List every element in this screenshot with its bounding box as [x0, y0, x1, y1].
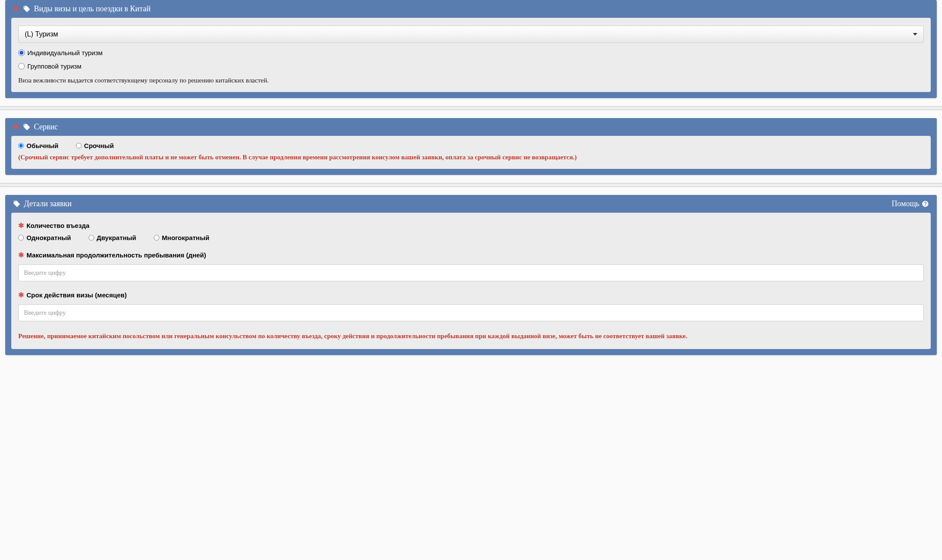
radio-double-entry-input[interactable]: [89, 235, 94, 240]
panel-body-visa-type: (L) Туризм Индивидуальный туризм Группов…: [11, 18, 931, 92]
panel-application-details: Детали заявки Помощь ✱ Количество въезда…: [5, 195, 937, 355]
validity-input[interactable]: [18, 304, 924, 321]
section-divider: [0, 183, 942, 187]
radio-label: Групповой туризм: [27, 63, 82, 70]
panel-service: ✱ Сервис Обычный Срочный (Срочный сервис…: [5, 118, 937, 175]
radio-urgent-service[interactable]: Срочный: [76, 142, 114, 149]
radio-double-entry[interactable]: Двукратный: [89, 234, 136, 241]
radio-individual-tourism[interactable]: Индивидуальный туризм: [18, 49, 924, 56]
radio-label: Обычный: [26, 142, 59, 149]
panel-title: Детали заявки: [24, 199, 72, 208]
decision-disclaimer: Решение, принимаемое китайским посольств…: [18, 331, 924, 341]
panel-header-service: ✱ Сервис: [5, 118, 937, 136]
radio-individual-tourism-input[interactable]: [18, 49, 25, 56]
panel-header-application-details: Детали заявки Помощь: [5, 195, 937, 213]
help-icon: [922, 200, 929, 208]
radio-single-entry[interactable]: Однократный: [18, 234, 71, 241]
panel-title: Сервис: [34, 122, 58, 132]
entries-count-label: ✱ Количество въезда: [18, 221, 924, 230]
radio-single-entry-input[interactable]: [18, 235, 24, 240]
dropdown-selected-value: (L) Туризм: [25, 30, 58, 38]
panel-body-application-details: ✱ Количество въезда Однократный Двукратн…: [11, 213, 931, 349]
tag-icon: [23, 123, 30, 131]
required-asterisk-icon: ✱: [13, 123, 19, 131]
validity-label: ✱ Срок действия визы (месяцев): [18, 291, 924, 299]
radio-label: Двукратный: [97, 234, 136, 241]
max-stay-input[interactable]: [18, 264, 924, 281]
panel-header-visa-type: ✱ Виды визы и цель поездки в Китай: [5, 0, 937, 18]
required-asterisk-icon: ✱: [18, 221, 24, 230]
help-link[interactable]: Помощь: [892, 199, 929, 208]
required-asterisk-icon: ✱: [13, 5, 19, 13]
radio-multiple-entry-input[interactable]: [154, 235, 159, 240]
radio-label: Срочный: [84, 142, 114, 149]
caret-down-icon: [913, 33, 917, 36]
panel-visa-type: ✱ Виды визы и цель поездки в Китай (L) Т…: [5, 0, 937, 98]
section-divider: [0, 106, 942, 110]
radio-regular-service[interactable]: Обычный: [18, 142, 59, 149]
radio-label: Индивидуальный туризм: [27, 49, 102, 56]
radio-label: Многократный: [162, 234, 209, 241]
panel-body-service: Обычный Срочный (Срочный сервис требует …: [11, 136, 931, 169]
required-asterisk-icon: ✱: [18, 251, 24, 259]
help-label: Помощь: [892, 199, 919, 208]
tag-icon: [13, 200, 20, 208]
radio-group-tourism-input[interactable]: [18, 63, 25, 69]
radio-label: Однократный: [26, 234, 71, 241]
visa-type-dropdown[interactable]: (L) Туризм: [18, 26, 924, 43]
radio-multiple-entry[interactable]: Многократный: [154, 234, 209, 241]
radio-regular-service-input[interactable]: [18, 143, 24, 148]
urgent-service-warning: (Срочный сервис требует дополнительной п…: [18, 154, 924, 161]
radio-group-tourism[interactable]: Групповой туризм: [18, 63, 924, 70]
tag-icon: [23, 5, 30, 13]
panel-title: Виды визы и цель поездки в Китай: [34, 4, 151, 13]
max-stay-label: ✱ Максимальная продолжительность пребыва…: [18, 251, 924, 259]
radio-urgent-service-input[interactable]: [76, 143, 82, 148]
visa-courtesy-note: Виза вежливости выдается соответствующем…: [18, 77, 924, 84]
required-asterisk-icon: ✱: [18, 291, 24, 299]
